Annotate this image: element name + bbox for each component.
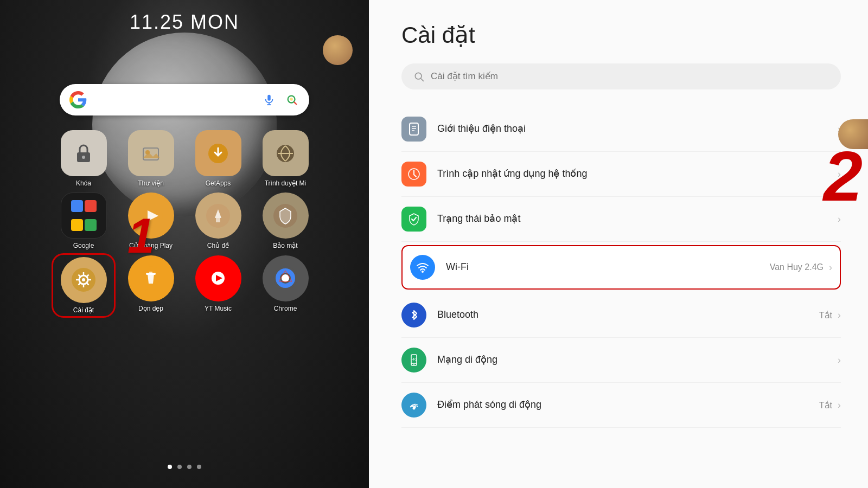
settings-panel: Cài đặt Giới thiệu điện thoại › — [369, 0, 868, 488]
app-caidat[interactable]: Cài đặt — [52, 253, 116, 318]
mangdidong-text: Mạng di động — [437, 354, 838, 366]
app-baomatsapp[interactable]: Bảo mật — [256, 192, 315, 249]
wifi-label: Wi-Fi — [446, 261, 469, 272]
settings-title: Cài đặt — [401, 22, 841, 48]
mangdidong-icon: 4G — [401, 348, 426, 373]
thuvien-icon — [128, 130, 174, 176]
trangthai-text: Trạng thái bảo mật — [437, 213, 838, 225]
settings-search-input[interactable] — [431, 71, 829, 82]
settings-item-bluetooth[interactable]: Bluetooth Tắt › — [401, 293, 841, 338]
baomatapp-label: Bảo mật — [273, 242, 297, 249]
bluetooth-text: Bluetooth — [437, 309, 819, 321]
google-label: Google — [73, 242, 94, 249]
chrome-icon — [263, 255, 309, 301]
avatar-top — [323, 35, 353, 65]
search-icon — [413, 71, 424, 82]
gioithieu-label: Giới thiệu điện thoại — [437, 123, 526, 134]
getapps-label: GetApps — [206, 179, 231, 187]
wifi-chevron: › — [829, 262, 832, 273]
trinhcapnhat-text: Trình cập nhật ứng dụng hệ thống — [437, 168, 838, 180]
trangthai-label: Trạng thái bảo mật — [437, 213, 520, 224]
caidat-label: Cài đặt — [73, 306, 94, 314]
caidat-icon — [61, 257, 107, 303]
bluetooth-right: Tắt › — [819, 310, 841, 321]
svg-rect-29 — [149, 272, 152, 274]
page-dots — [168, 465, 201, 469]
chrome-label: Chrome — [274, 305, 297, 312]
ytmusic-icon — [195, 255, 241, 301]
trangthai-icon — [401, 207, 426, 232]
settings-item-trangthai[interactable]: Trạng thái bảo mật › — [401, 197, 841, 242]
app-grid: Khóa Thư viện GetApps Trình duyệt Mi — [54, 130, 315, 316]
trinhcapnhat-icon — [401, 162, 426, 187]
chude-label: Chủ đề — [207, 242, 229, 249]
dot-4 — [197, 465, 201, 469]
settings-item-trinhcapnhat[interactable]: Trình cập nhật ứng dụng hệ thống › — [401, 152, 841, 197]
baomatapp-icon — [263, 192, 309, 239]
svg-point-46 — [413, 364, 414, 365]
phone-panel: 11.25 MON — [0, 0, 369, 488]
wifi-icon — [410, 255, 435, 280]
app-khoa[interactable]: Khóa — [54, 130, 113, 187]
khoa-label: Khóa — [76, 179, 91, 187]
bluetooth-chevron: › — [838, 310, 841, 321]
app-thuvien[interactable]: Thư viện — [121, 130, 181, 187]
khoa-icon — [61, 130, 107, 176]
app-getapps[interactable]: GetApps — [188, 130, 248, 187]
app-chude[interactable]: Chủ đề — [188, 192, 248, 249]
google-grid-icon — [61, 192, 107, 239]
dopdep-label: Dọn dẹp — [138, 305, 163, 312]
thuvien-label: Thư viện — [138, 179, 164, 187]
svg-rect-14 — [216, 218, 220, 222]
settings-search-bar[interactable] — [401, 63, 841, 89]
voice-search-icon[interactable] — [261, 92, 277, 107]
svg-line-37 — [421, 79, 424, 81]
settings-item-gioithieu[interactable]: Giới thiệu điện thoại › — [401, 107, 841, 152]
app-chrome[interactable]: Chrome — [256, 255, 315, 316]
gioithieu-icon — [401, 117, 426, 142]
mangdidong-label: Mạng di động — [437, 354, 497, 365]
chude-icon — [195, 192, 241, 239]
svg-point-43 — [422, 271, 424, 273]
dot-3 — [187, 465, 192, 469]
diemphat-value: Tắt — [819, 400, 832, 410]
wifi-right: Van Huy 2.4G › — [770, 262, 832, 273]
annotation-number-2: 2 — [824, 141, 863, 211]
app-google[interactable]: Google — [54, 192, 113, 249]
google-logo — [69, 91, 87, 108]
settings-item-mangdidong[interactable]: 4G Mạng di động › — [401, 338, 841, 383]
mangdidong-right: › — [838, 355, 841, 366]
ytmusic-label: YT Music — [205, 305, 232, 312]
settings-item-diemphat[interactable]: Điểm phát sóng di động Tắt › — [401, 383, 841, 428]
google-search-bar[interactable] — [60, 84, 309, 115]
trinhduyet-label: Trình duyệt Mi — [265, 179, 307, 187]
svg-rect-38 — [410, 123, 418, 135]
svg-rect-0 — [267, 95, 271, 101]
app-trinhduyet[interactable]: Trình duyệt Mi — [256, 130, 315, 187]
lens-search-icon[interactable] — [284, 92, 299, 107]
diemphat-right: Tắt › — [819, 400, 841, 411]
dot-2 — [177, 465, 182, 469]
diemphat-label: Điểm phát sóng di động — [437, 399, 541, 410]
wifi-value: Van Huy 2.4G — [770, 262, 824, 272]
wifi-text: Wi-Fi — [446, 261, 770, 273]
diemphat-chevron: › — [838, 400, 841, 411]
settings-list: Giới thiệu điện thoại › Trình cập nhật ứ… — [401, 107, 841, 428]
trinhcapnhat-label: Trình cập nhật ứng dụng hệ thống — [437, 168, 587, 179]
svg-text:4G: 4G — [412, 357, 417, 361]
annotation-number-1: 1 — [127, 211, 155, 260]
bluetooth-value: Tắt — [819, 310, 832, 320]
app-dopdep[interactable]: Dọn dẹp — [121, 255, 181, 316]
svg-point-18 — [82, 278, 85, 281]
app-ytmusic[interactable]: YT Music — [188, 255, 248, 316]
svg-point-4 — [290, 98, 293, 101]
svg-point-6 — [82, 156, 85, 159]
gioithieu-text: Giới thiệu điện thoại — [437, 123, 838, 135]
time-display: 11.25 MON — [0, 11, 369, 34]
settings-item-wifi[interactable]: Wi-Fi Van Huy 2.4G › — [401, 245, 841, 290]
diemphat-icon — [401, 393, 426, 418]
mangdidong-chevron: › — [838, 355, 841, 366]
bluetooth-label: Bluetooth — [437, 309, 478, 320]
getapps-icon — [195, 130, 241, 176]
trinhduyet-icon — [263, 130, 309, 176]
